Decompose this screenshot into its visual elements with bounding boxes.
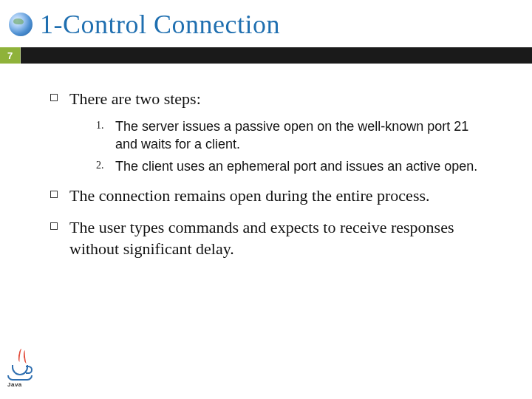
slide-body: There are two steps: 1. The server issue…: [0, 64, 532, 259]
header-bar-fill: [21, 47, 532, 64]
numbered-text: The server issues a passive open on the …: [115, 117, 488, 154]
numbered-label: 1.: [96, 117, 115, 154]
java-logo-icon: Java: [7, 349, 37, 390]
numbered-label: 2.: [96, 157, 115, 175]
slide-header: 1-Control Connection: [0, 0, 532, 44]
square-bullet-icon: [50, 222, 58, 230]
bullet-text: The connection remains open during the e…: [69, 185, 430, 207]
numbered-text: The client uses an ephemeral port and is…: [115, 157, 477, 175]
java-saucer-icon: [7, 375, 33, 381]
page-number-badge: 7: [0, 47, 21, 64]
numbered-item: 2. The client uses an ephemeral port and…: [96, 157, 488, 175]
numbered-list: 1. The server issues a passive open on t…: [96, 117, 488, 176]
globe-icon: [9, 13, 33, 36]
java-logo-text: Java: [7, 381, 22, 388]
bullet-item: There are two steps:: [50, 89, 488, 110]
square-bullet-icon: [50, 94, 58, 101]
header-bar: 7: [0, 47, 532, 64]
bullet-text: The user types commands and expects to r…: [69, 217, 488, 259]
java-cup-icon: [12, 365, 28, 375]
slide: 1-Control Connection 7 There are two ste…: [0, 0, 532, 399]
square-bullet-icon: [50, 191, 58, 198]
java-steam-icon: [18, 349, 27, 365]
numbered-item: 1. The server issues a passive open on t…: [96, 117, 488, 154]
bullet-item: The connection remains open during the e…: [50, 185, 488, 207]
bullet-text: There are two steps:: [69, 89, 201, 110]
slide-title: 1-Control Connection: [40, 9, 280, 40]
bullet-item: The user types commands and expects to r…: [50, 217, 488, 259]
